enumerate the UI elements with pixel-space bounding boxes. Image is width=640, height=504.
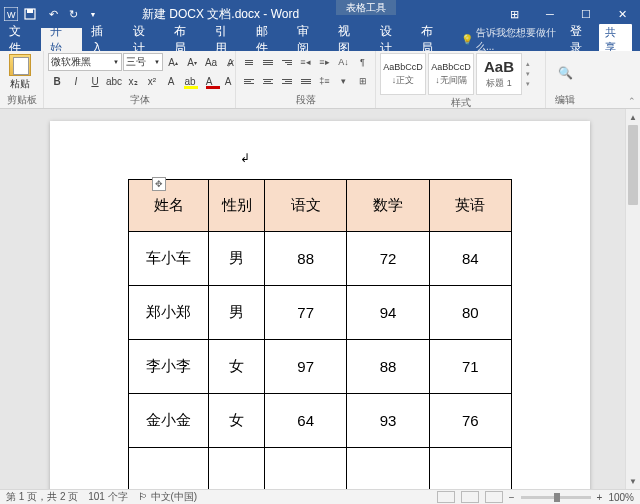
borders-button[interactable]: ⊞: [353, 72, 372, 90]
page[interactable]: ↲ ✥ 姓名 性别 语文 数学 英语 车小车男887284郑小郑男779480李…: [50, 121, 590, 489]
status-lang[interactable]: 🏳 中文(中国): [138, 490, 197, 504]
shrink-font-button[interactable]: A▾: [183, 53, 201, 71]
table-cell[interactable]: 女: [209, 340, 265, 394]
table-row[interactable]: 金小金女649376: [129, 394, 512, 448]
table-cell[interactable]: 男: [209, 286, 265, 340]
table-cell[interactable]: 94: [347, 286, 429, 340]
th-name[interactable]: 姓名: [129, 180, 209, 232]
scroll-down-icon[interactable]: ▼: [626, 473, 640, 489]
shading-button[interactable]: ▾: [334, 72, 353, 90]
tab-file[interactable]: 文件: [0, 28, 41, 51]
font-size-select[interactable]: 三号▼: [123, 53, 163, 71]
superscript-button[interactable]: x²: [143, 72, 161, 90]
table-move-handle[interactable]: ✥: [152, 177, 166, 191]
highlight-button[interactable]: ab: [181, 72, 199, 90]
tab-table-layout[interactable]: 布局: [412, 28, 453, 51]
table-cell[interactable]: 71: [429, 340, 511, 394]
table-cell[interactable]: 88: [347, 340, 429, 394]
table-cell[interactable]: 男: [209, 232, 265, 286]
table-row[interactable]: 郑小郑男779480: [129, 286, 512, 340]
th-chinese[interactable]: 语文: [265, 180, 347, 232]
multilevel-button[interactable]: [277, 53, 296, 71]
qat-more-icon[interactable]: ▼: [84, 11, 102, 18]
bold-button[interactable]: B: [48, 72, 66, 90]
table-row[interactable]: [129, 448, 512, 490]
table-row[interactable]: 车小车男887284: [129, 232, 512, 286]
bullets-button[interactable]: [239, 53, 258, 71]
tab-insert[interactable]: 插入: [82, 28, 123, 51]
table-cell[interactable]: 72: [347, 232, 429, 286]
style-no-spacing[interactable]: AaBbCcD↓无间隔: [428, 53, 474, 95]
table-cell[interactable]: 97: [265, 340, 347, 394]
table-cell[interactable]: 金小金: [129, 394, 209, 448]
view-web-button[interactable]: [485, 491, 503, 503]
table-cell[interactable]: 车小车: [129, 232, 209, 286]
italic-button[interactable]: I: [67, 72, 85, 90]
align-center-button[interactable]: [258, 72, 277, 90]
numbering-button[interactable]: [258, 53, 277, 71]
char-shading-button[interactable]: A: [219, 72, 237, 90]
font-color-button[interactable]: A: [200, 72, 218, 90]
vertical-scrollbar[interactable]: ▲ ▼: [625, 109, 640, 489]
tab-view[interactable]: 视图: [329, 28, 370, 51]
tab-table-design[interactable]: 设计: [371, 28, 412, 51]
minimize-button[interactable]: ─: [532, 0, 568, 28]
zoom-in-button[interactable]: +: [597, 492, 603, 503]
table-cell[interactable]: 88: [265, 232, 347, 286]
save-icon[interactable]: [24, 8, 42, 20]
table-cell[interactable]: 76: [429, 394, 511, 448]
table-cell[interactable]: 80: [429, 286, 511, 340]
tab-mail[interactable]: 邮件: [247, 28, 288, 51]
tab-layout[interactable]: 布局: [165, 28, 206, 51]
status-page[interactable]: 第 1 页，共 2 页: [6, 490, 78, 504]
table-cell[interactable]: 77: [265, 286, 347, 340]
tell-me-search[interactable]: 💡告诉我您想要做什么...: [461, 28, 570, 51]
table-cell[interactable]: 李小李: [129, 340, 209, 394]
style-heading1[interactable]: AaB标题 1: [476, 53, 522, 95]
scroll-thumb[interactable]: [628, 125, 638, 205]
table-row[interactable]: 李小李女978871: [129, 340, 512, 394]
undo-icon[interactable]: ↶: [44, 8, 62, 21]
redo-icon[interactable]: ↻: [64, 8, 82, 21]
line-spacing-button[interactable]: ‡≡: [315, 72, 334, 90]
align-left-button[interactable]: [239, 72, 258, 90]
show-marks-button[interactable]: ¶: [353, 53, 372, 71]
styles-more-button[interactable]: ▴▾▾: [526, 60, 538, 88]
sort-button[interactable]: A↓: [334, 53, 353, 71]
increase-indent-button[interactable]: ≡▸: [315, 53, 334, 71]
table-cell[interactable]: 93: [347, 394, 429, 448]
grow-font-button[interactable]: A▴: [164, 53, 182, 71]
th-gender[interactable]: 性别: [209, 180, 265, 232]
strikethrough-button[interactable]: abc: [105, 72, 123, 90]
view-read-button[interactable]: [437, 491, 455, 503]
tab-review[interactable]: 审阅: [288, 28, 329, 51]
table-cell[interactable]: 64: [265, 394, 347, 448]
table-cell[interactable]: 郑小郑: [129, 286, 209, 340]
underline-button[interactable]: U: [86, 72, 104, 90]
zoom-slider[interactable]: [521, 496, 591, 499]
scroll-up-icon[interactable]: ▲: [626, 109, 640, 125]
paste-button[interactable]: 粘贴: [4, 54, 36, 91]
zoom-out-button[interactable]: −: [509, 492, 515, 503]
align-right-button[interactable]: [277, 72, 296, 90]
th-math[interactable]: 数学: [347, 180, 429, 232]
th-english[interactable]: 英语: [429, 180, 511, 232]
text-effects-button[interactable]: A: [162, 72, 180, 90]
data-table[interactable]: 姓名 性别 语文 数学 英语 车小车男887284郑小郑男779480李小李女9…: [128, 179, 512, 489]
tab-design[interactable]: 设计: [124, 28, 165, 51]
ribbon-options-icon[interactable]: ⊞: [496, 0, 532, 28]
view-print-button[interactable]: [461, 491, 479, 503]
tab-references[interactable]: 引用: [206, 28, 247, 51]
find-icon[interactable]: 🔍: [558, 66, 573, 80]
decrease-indent-button[interactable]: ≡◂: [296, 53, 315, 71]
table-cell[interactable]: 女: [209, 394, 265, 448]
subscript-button[interactable]: x₂: [124, 72, 142, 90]
font-name-select[interactable]: 微软雅黑▼: [48, 53, 122, 71]
change-case-button[interactable]: Aa: [202, 53, 220, 71]
style-normal[interactable]: AaBbCcD↓正文: [380, 53, 426, 95]
collapse-ribbon-icon[interactable]: ⌃: [628, 96, 636, 106]
status-words[interactable]: 101 个字: [88, 490, 127, 504]
justify-button[interactable]: [296, 72, 315, 90]
zoom-level[interactable]: 100%: [608, 492, 634, 503]
tab-home[interactable]: 开始: [41, 28, 82, 51]
